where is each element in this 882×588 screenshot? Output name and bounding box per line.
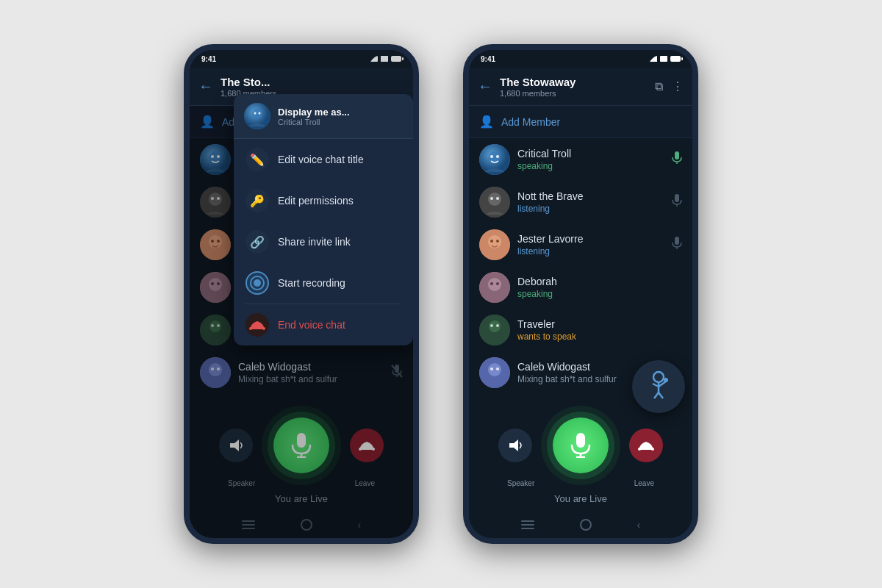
mic-main-button-2[interactable] [553, 417, 609, 473]
svg-rect-43 [249, 327, 252, 330]
nav-line-4 [521, 520, 534, 522]
svg-point-72 [488, 363, 501, 376]
add-member-icon-2: 👤 [479, 115, 494, 129]
member-item-jester-2[interactable]: Jester Lavorre listening [469, 223, 692, 266]
speaker-button-2[interactable] [498, 429, 532, 462]
dropdown-label-edit-title: Edit voice chat title [278, 154, 364, 165]
svg-rect-49 [675, 151, 679, 159]
battery-icon [391, 56, 401, 62]
add-member-text-2: Add Member [501, 116, 560, 128]
dropdown-item-edit-title[interactable]: ✏️ Edit voice chat title [234, 139, 413, 180]
dropdown-display-sub: Critical Troll [278, 118, 403, 126]
dropdown-header-1[interactable]: Display me as... Critical Troll [234, 94, 413, 139]
dropdown-display-label: Display me as... [278, 107, 403, 118]
member-status-jester-2: listening [517, 246, 664, 257]
control-buttons-2 [498, 417, 663, 473]
dropdown-label-permissions: Edit permissions [278, 195, 354, 207]
invite-icon: 🔗 [245, 230, 269, 254]
svg-point-64 [488, 278, 501, 291]
dropdown-avatar-1 [244, 103, 270, 129]
nav-line-5 [521, 524, 534, 526]
add-member-row-2[interactable]: 👤 Add Member [469, 106, 692, 138]
dropdown-menu-1: Display me as... Critical Troll ✏️ Edit … [234, 94, 413, 345]
svg-point-70 [496, 324, 499, 327]
svg-rect-86 [638, 448, 641, 451]
svg-point-81 [664, 378, 668, 382]
nav-lines-2 [521, 520, 534, 529]
header-subtitle-2: 1,680 members [500, 89, 655, 98]
status-time-1: 9:41 [201, 55, 216, 63]
signal-icon [370, 56, 378, 62]
dropdown-item-permissions[interactable]: 🔑 Edit permissions [234, 180, 413, 221]
svg-point-69 [490, 324, 493, 327]
svg-point-48 [496, 155, 499, 158]
dropdown-label-end: End voice chat [278, 319, 345, 331]
header-title-1: The Sto... [220, 76, 404, 89]
phone-1: 9:41 ← The Sto... 1,680 members [184, 44, 419, 544]
screen-share-icon[interactable]: ⧉ [655, 80, 663, 93]
member-info-deborah-2: Deborah speaking [517, 276, 682, 299]
svg-rect-83 [576, 433, 585, 448]
signal-icon-2 [650, 56, 657, 62]
avatar-traveler-2 [479, 315, 510, 345]
dropdown-label-record: Start recording [278, 277, 345, 289]
wifi-icon-2 [660, 56, 667, 62]
nav-line-6 [521, 528, 534, 529]
status-icons-2 [650, 56, 681, 62]
member-info-jester-2: Jester Lavorre listening [517, 233, 664, 257]
svg-point-47 [490, 155, 493, 158]
dropdown-item-end[interactable]: End voice chat [234, 304, 413, 345]
bottom-controls-2: Speaker Leave You are Live [469, 409, 692, 512]
member-name-nott-2: Nott the Brave [517, 190, 664, 202]
phone-2-body: 9:41 ← The Stowaway 1,680 members ⧉ [463, 44, 698, 544]
svg-point-53 [490, 197, 493, 200]
back-button-1[interactable]: ← [198, 78, 213, 95]
svg-rect-61 [675, 237, 679, 245]
svg-point-59 [490, 240, 493, 243]
member-name-traveler-2: Traveler [517, 318, 682, 330]
live-text-2: You are Live [554, 493, 607, 504]
svg-point-66 [496, 282, 499, 285]
mic-jester-2 [672, 237, 682, 253]
member-info-traveler-2: Traveler wants to speak [517, 318, 682, 342]
status-bar-1: 9:41 [190, 50, 413, 68]
svg-point-75 [653, 372, 664, 382]
avatar-nott-2 [479, 187, 510, 218]
svg-marker-82 [509, 440, 518, 451]
member-status-traveler-2: wants to speak [517, 331, 682, 342]
dropdown-item-invite[interactable]: 🔗 Share invite link [234, 221, 413, 262]
mic-critical-2 [672, 151, 682, 168]
leave-button-2[interactable] [629, 429, 663, 462]
avatar-jester-2 [479, 229, 510, 260]
member-item-traveler-2[interactable]: Traveler wants to speak [469, 309, 692, 351]
member-item-nott-2[interactable]: Nott the Brave listening [469, 181, 692, 223]
svg-point-40 [259, 112, 261, 115]
svg-point-54 [496, 197, 499, 200]
member-status-deborah-2: speaking [517, 289, 682, 299]
svg-point-38 [252, 109, 262, 119]
svg-point-74 [496, 368, 499, 370]
floating-avatar-2[interactable] [632, 360, 685, 413]
svg-point-42 [254, 279, 261, 287]
svg-line-78 [654, 392, 659, 398]
back-button-2[interactable]: ← [478, 78, 492, 95]
svg-line-79 [659, 392, 663, 398]
more-icon[interactable]: ⋮ [672, 79, 684, 93]
member-item-critical-2[interactable]: Critical Troll speaking [469, 138, 692, 181]
nav-bar-2: ‹ [469, 512, 692, 538]
nav-back-2[interactable]: ‹ [637, 519, 640, 531]
member-item-deborah-2[interactable]: Deborah speaking [469, 266, 692, 309]
member-status-nott-2: listening [517, 204, 664, 214]
member-name-deborah-2: Deborah [517, 276, 682, 287]
dropdown-item-record[interactable]: Start recording [234, 262, 413, 304]
member-name-critical-2: Critical Troll [517, 148, 664, 159]
avatar-deborah-2 [479, 272, 510, 303]
svg-rect-55 [675, 194, 679, 202]
dropdown-header-info-1: Display me as... Critical Troll [278, 107, 403, 126]
edit-title-icon: ✏️ [245, 148, 269, 171]
member-info-critical-2: Critical Troll speaking [517, 148, 664, 171]
header-title-2: The Stowaway [500, 76, 655, 89]
nav-home-2[interactable] [580, 519, 592, 531]
phone-2: 9:41 ← The Stowaway 1,680 members ⧉ [463, 44, 698, 544]
wifi-icon [381, 56, 388, 62]
